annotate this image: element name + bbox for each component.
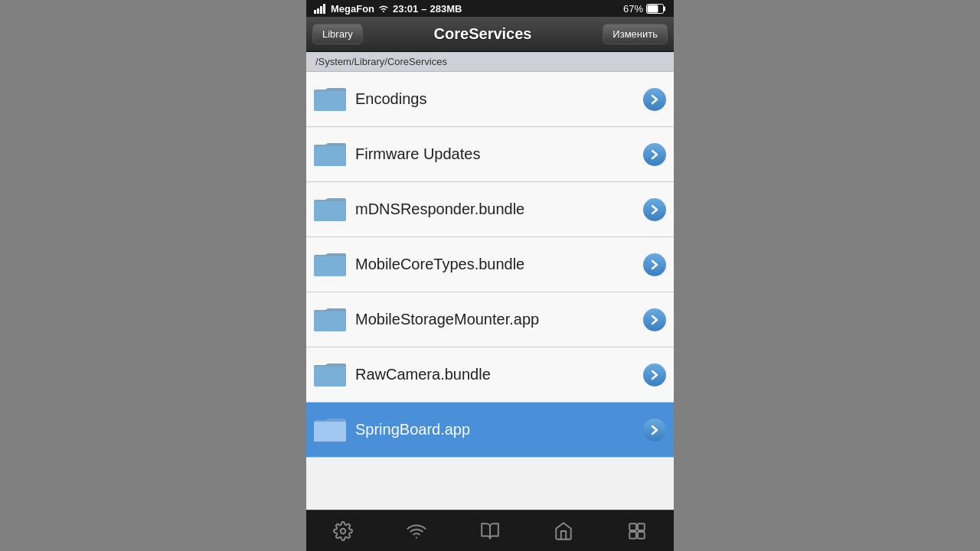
time-display: 23:01 [393, 3, 418, 15]
carrier-name: MegaFon [331, 3, 374, 15]
status-left: MegaFon 23:01 – 283MB [314, 3, 462, 15]
svg-point-8 [416, 536, 417, 538]
memory-value: 283MB [430, 3, 462, 15]
item-name-mobile-core-types: MobileCoreTypes.bundle [355, 256, 643, 273]
svg-rect-5 [664, 6, 666, 11]
folder-icon [314, 362, 346, 388]
item-name-springboard: SpringBoard.app [355, 421, 643, 439]
chevron-button-firmware-updates[interactable] [643, 143, 666, 166]
chevron-button-springboard[interactable] [643, 419, 666, 442]
tab-book[interactable] [453, 521, 527, 541]
list-item-encodings[interactable]: Encodings [306, 72, 674, 127]
list-item-mobile-core-types[interactable]: MobileCoreTypes.bundle [306, 237, 674, 292]
phone-screen: MegaFon 23:01 – 283MB 67% Library CoreSe… [306, 0, 674, 551]
item-name-encodings: Encodings [355, 90, 643, 108]
folder-icon [314, 307, 346, 333]
tab-bar [306, 510, 674, 551]
home-icon [554, 521, 573, 541]
status-bar: MegaFon 23:01 – 283MB 67% [306, 0, 674, 17]
status-right: 67% [623, 3, 666, 15]
wifi-status-icon [377, 4, 390, 14]
svg-rect-3 [323, 4, 325, 14]
svg-rect-10 [638, 523, 645, 530]
battery-percent: 67% [623, 3, 643, 15]
book-icon [480, 521, 500, 541]
signal-icon [314, 4, 328, 14]
chevron-button-mobile-core-types[interactable] [643, 253, 666, 276]
item-name-mobile-storage-mounter: MobileStorageMounter.app [355, 311, 643, 328]
windows-icon [627, 521, 647, 541]
gear-icon [333, 521, 353, 541]
folder-icon [314, 417, 346, 443]
tab-settings[interactable] [306, 521, 380, 541]
list-item-springboard[interactable]: SpringBoard.app [306, 403, 674, 458]
list-item-firmware-updates[interactable]: Firmware Updates [306, 127, 674, 182]
svg-rect-11 [629, 532, 636, 539]
svg-rect-0 [314, 10, 316, 14]
memory-display: – [421, 3, 426, 15]
svg-point-7 [341, 528, 346, 533]
back-button[interactable]: Library [312, 24, 363, 44]
svg-rect-2 [320, 6, 322, 14]
svg-rect-6 [648, 5, 658, 12]
chevron-button-mdns[interactable] [643, 198, 666, 221]
chevron-button-mobile-storage-mounter[interactable] [643, 308, 666, 331]
list-item-raw-camera[interactable]: RawCamera.bundle [306, 347, 674, 403]
file-list: Encodings Firmware Updates mDNSResponder… [306, 72, 674, 510]
folder-icon [314, 142, 346, 168]
folder-icon [314, 86, 346, 112]
item-name-raw-camera: RawCamera.bundle [355, 366, 643, 383]
folder-icon [314, 197, 346, 223]
chevron-button-encodings[interactable] [643, 88, 666, 111]
path-text: /System/Library/CoreServices [315, 56, 447, 67]
tab-windows[interactable] [600, 521, 674, 541]
svg-rect-1 [317, 8, 319, 14]
nav-title: CoreServices [434, 25, 532, 43]
tab-home[interactable] [527, 521, 600, 541]
path-bar: /System/Library/CoreServices [306, 52, 674, 72]
wifi-tab-icon [407, 521, 426, 541]
list-item-mdns[interactable]: mDNSResponder.bundle [306, 182, 674, 237]
svg-rect-12 [638, 532, 645, 539]
list-item-mobile-storage-mounter[interactable]: MobileStorageMounter.app [306, 292, 674, 347]
edit-button[interactable]: Изменить [603, 24, 668, 44]
chevron-button-raw-camera[interactable] [643, 364, 666, 386]
folder-icon [314, 252, 346, 278]
item-name-mdns: mDNSResponder.bundle [355, 201, 643, 218]
nav-bar: Library CoreServices Изменить [306, 17, 674, 52]
svg-rect-9 [629, 523, 636, 530]
tab-wifi[interactable] [380, 521, 453, 541]
item-name-firmware-updates: Firmware Updates [355, 145, 643, 163]
battery-icon [646, 4, 666, 14]
